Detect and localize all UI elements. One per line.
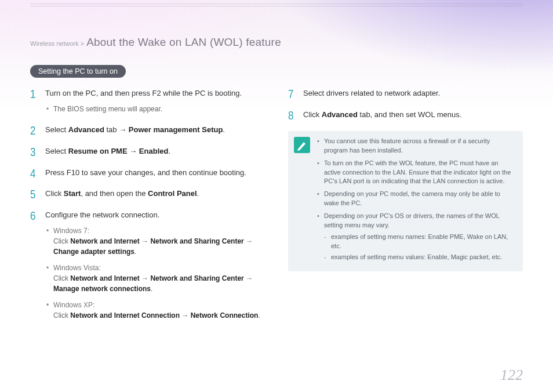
bold-text: Resume on PME: [68, 147, 128, 155]
note-text: Depending on your PC model, the camera m…: [324, 190, 500, 206]
bold-text: Manage network connections: [53, 285, 151, 293]
step-number: 4: [30, 166, 42, 182]
note-sublist: examples of setting menu names: Enable P…: [324, 233, 515, 262]
sub-item: Windows Vista:Click Network and Internet…: [45, 263, 265, 294]
note-subtext: examples of setting menu names: Enable P…: [331, 233, 508, 249]
step-text: Turn on the PC, and then press F2 while …: [45, 89, 242, 97]
step-item: 6Configure the network connection.Window…: [30, 210, 265, 321]
note-item: You cannot use this feature across a fir…: [317, 137, 515, 155]
page-number: 122: [500, 366, 523, 384]
step-item: 1Turn on the PC, and then press F2 while…: [30, 88, 265, 114]
sub-list: Windows 7:Click Network and Internet → N…: [45, 226, 265, 321]
content-columns: 1Turn on the PC, and then press F2 while…: [30, 88, 523, 331]
bold-text: Enabled: [139, 147, 169, 155]
step-item: 7Select drivers related to network adapt…: [288, 88, 523, 99]
bold-text: Network and Internet: [70, 237, 139, 245]
note-subitem: examples of setting menu values: Enable,…: [324, 253, 515, 262]
note-subtext: examples of setting menu values: Enable,…: [331, 253, 502, 260]
step-text: Configure the network connection.: [45, 210, 159, 219]
page-title: About the Wake on LAN (WOL) feature: [86, 36, 281, 48]
step-item: 8Click Advanced tab, and then set WOL me…: [288, 110, 523, 121]
step-number: 5: [30, 187, 42, 204]
sub-item: The BIOS setting menu will appear.: [45, 104, 265, 114]
step-item: 4Press F10 to save your changes, and the…: [30, 168, 265, 179]
step-number: 7: [288, 86, 300, 103]
breadcrumb-section: Wireless network >: [30, 40, 84, 47]
sub-item: Windows XP:Click Network and Internet Co…: [45, 300, 265, 321]
note-subitem: examples of setting menu names: Enable P…: [324, 233, 515, 251]
note-item: Depending on your PC's OS or drivers, th…: [317, 212, 515, 262]
steps-right: 7Select drivers related to network adapt…: [288, 88, 523, 121]
step-number: 6: [30, 208, 42, 224]
step-number: 8: [288, 108, 300, 124]
step-item: 3Select Resume on PME → Enabled.: [30, 146, 265, 157]
step-number: 2: [30, 123, 42, 139]
section-pill: Setting the PC to turn on: [30, 65, 126, 78]
sub-text: Click Network and Internet → Network and…: [53, 237, 253, 256]
note-text: Depending on your PC's OS or drivers, th…: [324, 212, 500, 228]
bold-text: Advanced: [68, 125, 104, 134]
bold-text: Network and Sharing Center: [150, 237, 243, 245]
sub-text: Click Network and Internet Connection → …: [53, 311, 260, 320]
note-text: You cannot use this feature across a fir…: [324, 137, 490, 154]
bold-text: Advanced: [322, 110, 358, 119]
sub-lead: Windows 7:: [53, 227, 89, 235]
note-box: You cannot use this feature across a fir…: [288, 131, 523, 271]
step-text: Select Advanced tab → Power management S…: [45, 125, 225, 134]
note-item: Depending on your PC model, the camera m…: [317, 190, 515, 208]
note-text: To turn on the PC with the WOL feature, …: [324, 159, 511, 185]
steps-left: 1Turn on the PC, and then press F2 while…: [30, 88, 265, 321]
sub-lead: Windows XP:: [53, 301, 94, 309]
sub-text: Click Network and Internet → Network and…: [53, 274, 253, 293]
step-text: Click Advanced tab, and then set WOL men…: [303, 110, 461, 119]
bold-text: Power management Setup: [129, 125, 223, 134]
step-text: Press F10 to save your changes, and then…: [45, 168, 246, 177]
note-icon: [294, 137, 310, 153]
sub-item: Windows 7:Click Network and Internet → N…: [45, 226, 265, 257]
bold-text: Network and Sharing Center: [150, 274, 243, 282]
sub-list: The BIOS setting menu will appear.: [45, 104, 265, 114]
note-item: To turn on the PC with the WOL feature, …: [317, 159, 515, 187]
step-number: 3: [30, 144, 42, 161]
step-item: 2Select Advanced tab → Power management …: [30, 125, 265, 136]
step-number: 1: [30, 86, 42, 103]
bold-text: Change adapter settings: [53, 248, 134, 256]
bold-text: Network and Internet: [70, 274, 139, 282]
left-column: 1Turn on the PC, and then press F2 while…: [30, 88, 265, 331]
sub-lead: Windows Vista:: [53, 264, 101, 272]
step-text: Select Resume on PME → Enabled.: [45, 147, 170, 155]
right-column: 7Select drivers related to network adapt…: [288, 88, 523, 331]
step-text: Click Start, and then open the Control P…: [45, 189, 199, 198]
note-list: You cannot use this feature across a fir…: [317, 137, 515, 266]
step-text: Select drivers related to network adapte…: [303, 89, 440, 97]
bold-text: Network Connection: [191, 311, 259, 320]
header-rule: [30, 3, 523, 6]
bold-text: Network and Internet Connection: [70, 311, 180, 320]
bold-text: Control Panel: [148, 189, 197, 198]
step-item: 5Click Start, and then open the Control …: [30, 188, 265, 199]
bold-text: Start: [64, 189, 81, 198]
sub-text: The BIOS setting menu will appear.: [53, 105, 162, 113]
breadcrumb: Wireless network > About the Wake on LAN…: [30, 36, 523, 49]
